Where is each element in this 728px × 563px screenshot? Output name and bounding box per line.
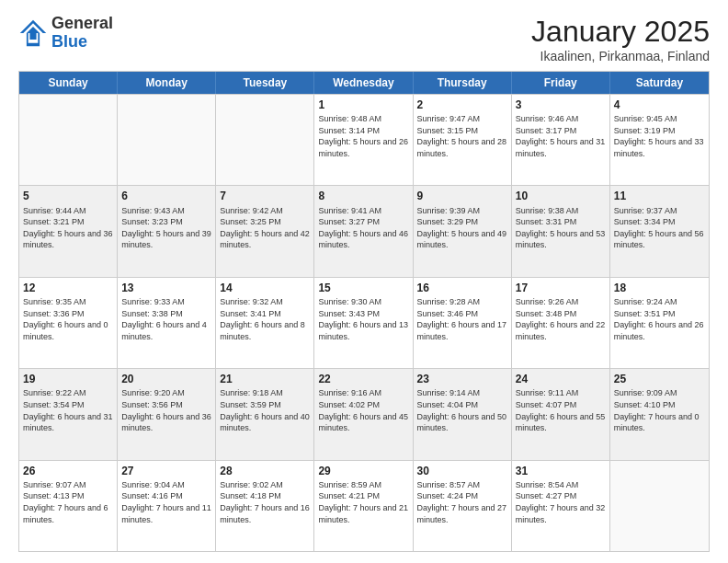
calendar-body: 1Sunrise: 9:48 AM Sunset: 3:14 PM Daylig… <box>19 94 709 551</box>
day-number: 6 <box>121 189 211 203</box>
calendar-row-4: 26Sunrise: 9:07 AM Sunset: 4:13 PM Dayli… <box>19 460 709 551</box>
calendar-row-2: 12Sunrise: 9:35 AM Sunset: 3:36 PM Dayli… <box>19 277 709 368</box>
day-number: 4 <box>614 98 705 112</box>
table-row: 15Sunrise: 9:30 AM Sunset: 3:43 PM Dayli… <box>314 278 413 368</box>
cell-info: Sunrise: 9:28 AM Sunset: 3:46 PM Dayligh… <box>417 296 507 342</box>
day-number: 12 <box>23 281 113 295</box>
day-number: 16 <box>417 281 507 295</box>
cell-info: Sunrise: 9:33 AM Sunset: 3:38 PM Dayligh… <box>121 296 211 342</box>
table-row: 23Sunrise: 9:14 AM Sunset: 4:04 PM Dayli… <box>414 369 512 459</box>
cell-info: Sunrise: 9:30 AM Sunset: 3:43 PM Dayligh… <box>318 296 408 342</box>
logo-blue-text: Blue <box>51 32 87 51</box>
day-number: 10 <box>516 189 606 203</box>
day-number: 20 <box>121 372 211 386</box>
header: General Blue January 2025 Ikaalinen, Pir… <box>18 15 710 63</box>
page: General Blue January 2025 Ikaalinen, Pir… <box>0 0 728 563</box>
table-row: 17Sunrise: 9:26 AM Sunset: 3:48 PM Dayli… <box>512 278 610 368</box>
header-day-wednesday: Wednesday <box>314 72 413 94</box>
cell-info: Sunrise: 9:45 AM Sunset: 3:19 PM Dayligh… <box>614 113 705 159</box>
day-number: 19 <box>23 372 113 386</box>
table-row: 26Sunrise: 9:07 AM Sunset: 4:13 PM Dayli… <box>19 461 118 551</box>
table-row: 10Sunrise: 9:38 AM Sunset: 3:31 PM Dayli… <box>512 186 610 276</box>
table-row <box>19 95 118 185</box>
logo-general-text: General <box>51 14 113 32</box>
header-day-saturday: Saturday <box>610 72 709 94</box>
day-number: 25 <box>614 372 705 386</box>
day-number: 30 <box>417 464 507 478</box>
day-number: 7 <box>220 189 310 203</box>
logo: General Blue <box>18 15 113 52</box>
day-number: 17 <box>516 281 606 295</box>
subtitle: Ikaalinen, Pirkanmaa, Finland <box>531 49 710 63</box>
day-number: 31 <box>516 464 606 478</box>
cell-info: Sunrise: 8:57 AM Sunset: 4:24 PM Dayligh… <box>417 479 507 525</box>
day-number: 9 <box>417 189 507 203</box>
cell-info: Sunrise: 9:07 AM Sunset: 4:13 PM Dayligh… <box>23 479 113 525</box>
table-row: 21Sunrise: 9:18 AM Sunset: 3:59 PM Dayli… <box>216 369 314 459</box>
title-block: January 2025 Ikaalinen, Pirkanmaa, Finla… <box>531 15 710 63</box>
day-number: 28 <box>220 464 310 478</box>
header-day-thursday: Thursday <box>414 72 512 94</box>
calendar-header: SundayMondayTuesdayWednesdayThursdayFrid… <box>19 72 709 94</box>
cell-info: Sunrise: 9:44 AM Sunset: 3:21 PM Dayligh… <box>23 205 113 251</box>
cell-info: Sunrise: 9:16 AM Sunset: 4:02 PM Dayligh… <box>318 387 408 433</box>
header-day-tuesday: Tuesday <box>216 72 314 94</box>
cell-info: Sunrise: 9:11 AM Sunset: 4:07 PM Dayligh… <box>516 387 606 433</box>
day-number: 2 <box>417 98 507 112</box>
table-row: 24Sunrise: 9:11 AM Sunset: 4:07 PM Dayli… <box>512 369 610 459</box>
cell-info: Sunrise: 8:59 AM Sunset: 4:21 PM Dayligh… <box>318 479 408 525</box>
table-row: 22Sunrise: 9:16 AM Sunset: 4:02 PM Dayli… <box>314 369 413 459</box>
cell-info: Sunrise: 9:47 AM Sunset: 3:15 PM Dayligh… <box>417 113 507 159</box>
cell-info: Sunrise: 9:09 AM Sunset: 4:10 PM Dayligh… <box>614 387 705 433</box>
logo-icon <box>18 18 48 48</box>
cell-info: Sunrise: 9:14 AM Sunset: 4:04 PM Dayligh… <box>417 387 507 433</box>
table-row: 14Sunrise: 9:32 AM Sunset: 3:41 PM Dayli… <box>216 278 314 368</box>
day-number: 8 <box>318 189 408 203</box>
cell-info: Sunrise: 9:41 AM Sunset: 3:27 PM Dayligh… <box>318 205 408 251</box>
calendar-row-3: 19Sunrise: 9:22 AM Sunset: 3:54 PM Dayli… <box>19 368 709 459</box>
day-number: 26 <box>23 464 113 478</box>
cell-info: Sunrise: 8:54 AM Sunset: 4:27 PM Dayligh… <box>516 479 606 525</box>
calendar: SundayMondayTuesdayWednesdayThursdayFrid… <box>18 71 710 552</box>
table-row: 29Sunrise: 8:59 AM Sunset: 4:21 PM Dayli… <box>314 461 413 551</box>
day-number: 5 <box>23 189 113 203</box>
cell-info: Sunrise: 9:38 AM Sunset: 3:31 PM Dayligh… <box>516 205 606 251</box>
table-row: 2Sunrise: 9:47 AM Sunset: 3:15 PM Daylig… <box>414 95 512 185</box>
day-number: 23 <box>417 372 507 386</box>
table-row: 4Sunrise: 9:45 AM Sunset: 3:19 PM Daylig… <box>610 95 709 185</box>
table-row <box>610 461 709 551</box>
cell-info: Sunrise: 9:37 AM Sunset: 3:34 PM Dayligh… <box>614 205 705 251</box>
table-row: 25Sunrise: 9:09 AM Sunset: 4:10 PM Dayli… <box>610 369 709 459</box>
day-number: 13 <box>121 281 211 295</box>
cell-info: Sunrise: 9:22 AM Sunset: 3:54 PM Dayligh… <box>23 387 113 433</box>
table-row: 12Sunrise: 9:35 AM Sunset: 3:36 PM Dayli… <box>19 278 118 368</box>
table-row: 19Sunrise: 9:22 AM Sunset: 3:54 PM Dayli… <box>19 369 118 459</box>
logo-text: General Blue <box>51 15 113 52</box>
table-row: 20Sunrise: 9:20 AM Sunset: 3:56 PM Dayli… <box>118 369 216 459</box>
day-number: 14 <box>220 281 310 295</box>
cell-info: Sunrise: 9:35 AM Sunset: 3:36 PM Dayligh… <box>23 296 113 342</box>
header-day-friday: Friday <box>512 72 610 94</box>
cell-info: Sunrise: 9:04 AM Sunset: 4:16 PM Dayligh… <box>121 479 211 525</box>
cell-info: Sunrise: 9:39 AM Sunset: 3:29 PM Dayligh… <box>417 205 507 251</box>
cell-info: Sunrise: 9:48 AM Sunset: 3:14 PM Dayligh… <box>318 113 408 159</box>
day-number: 27 <box>121 464 211 478</box>
header-day-monday: Monday <box>118 72 216 94</box>
table-row: 16Sunrise: 9:28 AM Sunset: 3:46 PM Dayli… <box>414 278 512 368</box>
cell-info: Sunrise: 9:18 AM Sunset: 3:59 PM Dayligh… <box>220 387 310 433</box>
calendar-row-1: 5Sunrise: 9:44 AM Sunset: 3:21 PM Daylig… <box>19 185 709 276</box>
table-row: 3Sunrise: 9:46 AM Sunset: 3:17 PM Daylig… <box>512 95 610 185</box>
day-number: 29 <box>318 464 408 478</box>
cell-info: Sunrise: 9:20 AM Sunset: 3:56 PM Dayligh… <box>121 387 211 433</box>
table-row: 8Sunrise: 9:41 AM Sunset: 3:27 PM Daylig… <box>314 186 413 276</box>
table-row: 1Sunrise: 9:48 AM Sunset: 3:14 PM Daylig… <box>314 95 413 185</box>
day-number: 18 <box>614 281 705 295</box>
cell-info: Sunrise: 9:46 AM Sunset: 3:17 PM Dayligh… <box>516 113 606 159</box>
cell-info: Sunrise: 9:26 AM Sunset: 3:48 PM Dayligh… <box>516 296 606 342</box>
table-row: 31Sunrise: 8:54 AM Sunset: 4:27 PM Dayli… <box>512 461 610 551</box>
table-row: 5Sunrise: 9:44 AM Sunset: 3:21 PM Daylig… <box>19 186 118 276</box>
table-row: 13Sunrise: 9:33 AM Sunset: 3:38 PM Dayli… <box>118 278 216 368</box>
cell-info: Sunrise: 9:02 AM Sunset: 4:18 PM Dayligh… <box>220 479 310 525</box>
day-number: 1 <box>318 98 408 112</box>
table-row: 30Sunrise: 8:57 AM Sunset: 4:24 PM Dayli… <box>414 461 512 551</box>
